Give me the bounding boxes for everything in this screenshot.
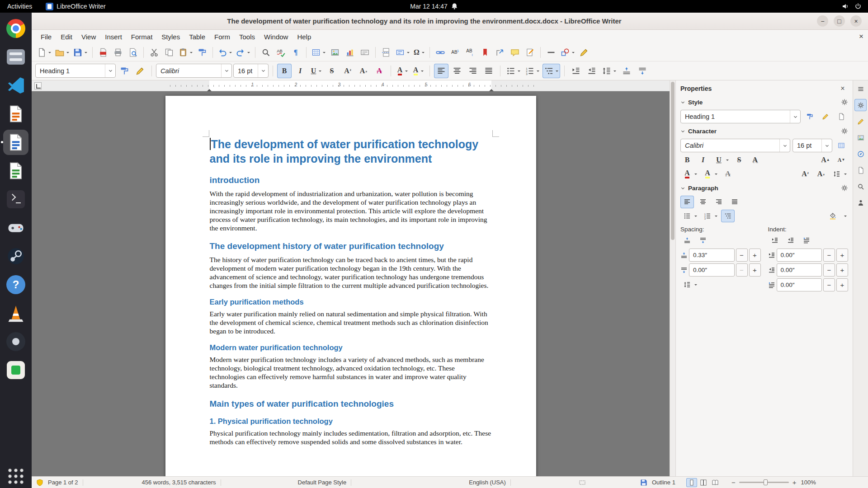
- dock-item-chrome[interactable]: [3, 16, 28, 41]
- decrease-indent-button[interactable]: [585, 64, 599, 78]
- dock-item-impress[interactable]: [3, 101, 28, 127]
- close-document-button[interactable]: ×: [859, 32, 863, 41]
- insert-cross-reference-button[interactable]: [493, 45, 507, 60]
- sidebar-bold-button[interactable]: B: [680, 154, 694, 166]
- line-spacing-button[interactable]: [600, 64, 618, 78]
- focused-app-indicator[interactable]: LibreOffice Writer: [41, 3, 110, 10]
- insert-special-character-button[interactable]: Ω: [412, 45, 426, 60]
- insert-footnote-button[interactable]: [448, 45, 462, 60]
- print-preview-button[interactable]: [126, 45, 140, 60]
- sidebar-underline-button[interactable]: U: [712, 154, 730, 166]
- dock-item-gimp[interactable]: [3, 329, 28, 354]
- character-spacing-button[interactable]: [830, 168, 848, 180]
- edit-style-button[interactable]: [819, 110, 832, 123]
- sidebar-decrease-indent-button[interactable]: [784, 234, 797, 247]
- save-button[interactable]: [71, 45, 89, 60]
- new-document-button[interactable]: [35, 45, 53, 60]
- insert-table-button[interactable]: [310, 45, 327, 60]
- doc-subheading[interactable]: 1. Physical purification technology: [210, 417, 492, 426]
- book-view-button[interactable]: [710, 478, 721, 487]
- italic-button[interactable]: I: [293, 64, 307, 78]
- collapse-chevron-icon[interactable]: [680, 186, 685, 191]
- dock-item-terminal[interactable]: [3, 187, 28, 212]
- clear-formatting-button[interactable]: A: [372, 64, 387, 78]
- page-style[interactable]: Default Page Style: [298, 479, 347, 486]
- decrease-font-size-button[interactable]: A▼: [835, 154, 848, 166]
- align-center-button[interactable]: [450, 64, 464, 78]
- tab-stop-selector[interactable]: [34, 82, 42, 89]
- update-style-button[interactable]: [117, 64, 132, 78]
- insert-horizontal-line-button[interactable]: [544, 45, 558, 60]
- doc-paragraph[interactable]: Modern water purification technology inc…: [210, 355, 492, 389]
- text-language[interactable]: English (USA): [469, 479, 506, 486]
- first-line-indent-input[interactable]: 0.00″: [777, 278, 822, 291]
- underline-button[interactable]: U: [309, 64, 323, 78]
- export-pdf-button[interactable]: [96, 45, 110, 60]
- sidebar-align-right-button[interactable]: [712, 196, 726, 208]
- insert-text-box-button[interactable]: [358, 45, 372, 60]
- activities-button[interactable]: Activities: [0, 0, 39, 13]
- insert-image-button[interactable]: [328, 45, 342, 60]
- cut-button[interactable]: [147, 45, 161, 60]
- menu-format[interactable]: Format: [127, 31, 157, 42]
- multi-page-view-button[interactable]: [698, 478, 709, 487]
- menu-view[interactable]: View: [77, 31, 100, 42]
- word-count[interactable]: 456 words, 3,515 characters: [142, 479, 216, 486]
- chevron-down-icon[interactable]: [821, 139, 832, 152]
- zoom-level[interactable]: 100%: [801, 479, 816, 486]
- insert-bookmark-button[interactable]: [478, 45, 492, 60]
- sidebar-subscript-button[interactable]: A₂: [814, 168, 828, 180]
- sidebar-line-spacing-button[interactable]: [680, 278, 698, 291]
- chevron-down-icon[interactable]: [779, 139, 790, 152]
- menu-edit[interactable]: Edit: [56, 31, 77, 42]
- tab-styles[interactable]: [854, 115, 867, 127]
- below-spacing-decrease-button[interactable]: −: [736, 263, 748, 277]
- find-replace-button[interactable]: [259, 45, 273, 60]
- tab-page[interactable]: [854, 164, 867, 176]
- menu-insert[interactable]: Insert: [100, 31, 127, 42]
- sidebar-superscript-button[interactable]: A²: [798, 168, 812, 180]
- dock-item-vlc[interactable]: [3, 300, 28, 326]
- sidebar-justify-button[interactable]: [728, 196, 741, 208]
- dock-item-calc[interactable]: [3, 158, 28, 183]
- font-size-select[interactable]: 16 pt: [233, 64, 269, 78]
- sidebar-close-button[interactable]: ×: [837, 84, 848, 93]
- spacing-above-preset-button[interactable]: [680, 234, 694, 247]
- horizontal-ruler[interactable]: 1 2 3 4 5 6: [32, 80, 670, 91]
- before-text-indent-input[interactable]: 0.00″: [777, 249, 822, 262]
- above-paragraph-spacing-input[interactable]: 0.33″: [689, 249, 735, 262]
- sidebar-highlight-color-button[interactable]: A: [701, 168, 719, 180]
- menu-form[interactable]: Form: [210, 31, 235, 42]
- style-select[interactable]: Heading 1: [680, 110, 801, 123]
- character-dialog-button[interactable]: [835, 139, 848, 152]
- insert-page-break-button[interactable]: [379, 45, 393, 60]
- insert-chart-button[interactable]: [343, 45, 357, 60]
- sidebar-align-left-button[interactable]: [680, 196, 694, 208]
- sidebar-menu-button[interactable]: [854, 83, 867, 95]
- zoom-out-button[interactable]: −: [731, 479, 736, 486]
- switch-indent-button[interactable]: [800, 234, 813, 247]
- doc-paragraph[interactable]: The history of water purification techno…: [210, 255, 492, 290]
- first-line-increase-button[interactable]: +: [836, 278, 848, 291]
- formatting-marks-button[interactable]: ¶: [288, 45, 303, 60]
- copy-button[interactable]: [162, 45, 176, 60]
- doc-title-heading[interactable]: The development of water purification te…: [210, 137, 492, 166]
- window-titlebar[interactable]: The development of water purification te…: [32, 13, 868, 30]
- doc-paragraph[interactable]: Physical purification technology mainly …: [210, 429, 492, 446]
- dock-item-game[interactable]: [3, 215, 28, 240]
- doc-heading[interactable]: The development history of water purific…: [210, 241, 492, 251]
- paragraph-style-select[interactable]: Heading 1: [35, 64, 116, 78]
- sidebar-strikethrough-button[interactable]: S: [732, 154, 746, 166]
- menu-help[interactable]: Help: [292, 31, 316, 42]
- close-window-button[interactable]: ×: [850, 15, 862, 27]
- dock-item-vscode[interactable]: [3, 73, 28, 98]
- align-right-button[interactable]: [466, 64, 480, 78]
- doc-heading[interactable]: Main types of water purification technol…: [210, 399, 492, 409]
- first-line-decrease-button[interactable]: −: [823, 278, 835, 291]
- sidebar-outline-list-button[interactable]: [721, 210, 735, 222]
- doc-paragraph[interactable]: With the rapid development of industrial…: [210, 189, 492, 232]
- insert-hyperlink-button[interactable]: [433, 45, 448, 60]
- font-color-button[interactable]: A: [395, 64, 410, 78]
- doc-heading[interactable]: introduction: [210, 175, 492, 185]
- sidebar-font-color-button[interactable]: A: [680, 168, 698, 180]
